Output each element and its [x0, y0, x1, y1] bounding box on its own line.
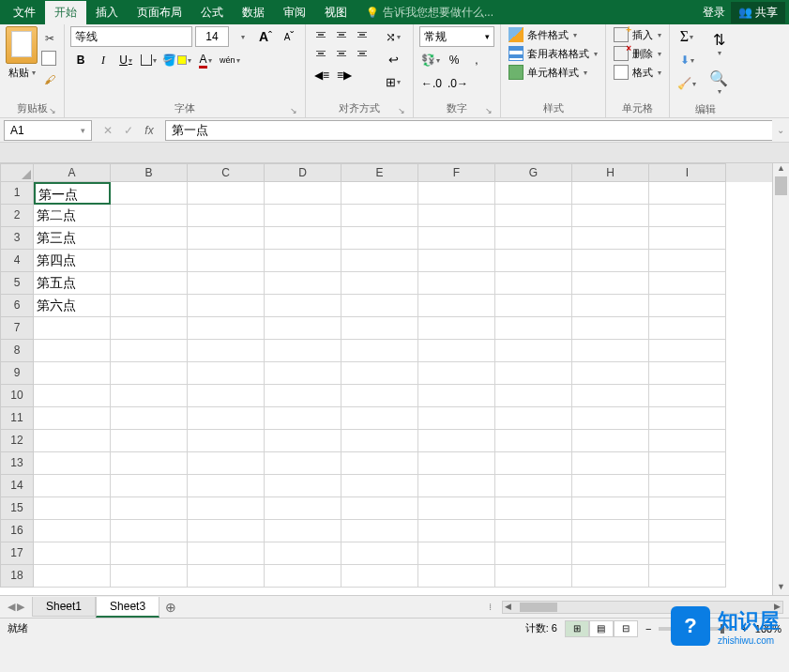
cell[interactable] [649, 385, 726, 407]
cell[interactable] [649, 430, 726, 452]
column-header[interactable]: F [418, 163, 495, 182]
cell[interactable] [418, 430, 495, 452]
italic-button[interactable]: I [93, 50, 114, 70]
cell[interactable] [495, 272, 572, 295]
row-header[interactable]: 7 [0, 317, 34, 340]
cell[interactable] [188, 250, 265, 272]
cell[interactable] [265, 565, 341, 588]
cell[interactable] [341, 565, 418, 588]
cell[interactable] [649, 452, 726, 475]
cell[interactable] [34, 475, 111, 497]
increase-indent-button[interactable]: ≡▶ [334, 65, 355, 85]
paste-label[interactable]: 粘贴 [8, 66, 36, 80]
cell[interactable] [111, 497, 188, 520]
column-header[interactable]: H [572, 163, 649, 182]
tab-data[interactable]: 数据 [233, 1, 274, 24]
cell[interactable] [34, 497, 111, 520]
scroll-right-icon[interactable]: ▶ [774, 602, 781, 611]
tab-home[interactable]: 开始 [45, 1, 86, 24]
cell[interactable] [111, 340, 188, 362]
cell[interactable] [188, 295, 265, 317]
align-right-button[interactable] [353, 45, 372, 62]
cell[interactable] [341, 205, 418, 227]
cell-styles-button[interactable]: 单元格样式 [507, 64, 599, 81]
cell[interactable] [572, 542, 649, 565]
cell[interactable] [265, 542, 341, 565]
cell[interactable] [649, 317, 726, 340]
cell[interactable] [495, 205, 572, 227]
cell[interactable] [418, 565, 495, 588]
cell[interactable] [649, 340, 726, 362]
find-select-button[interactable]: 🔍 [702, 65, 736, 100]
cell[interactable] [34, 407, 111, 430]
cell[interactable] [418, 520, 495, 542]
comma-format-button[interactable]: , [466, 50, 487, 70]
cell[interactable] [495, 520, 572, 542]
cell[interactable] [495, 475, 572, 497]
formula-input[interactable]: 第一点 [165, 120, 772, 141]
copy-button[interactable] [41, 51, 58, 68]
zoom-in-button[interactable]: + [741, 623, 747, 634]
align-left-button[interactable] [311, 45, 330, 62]
cell[interactable] [341, 430, 418, 452]
border-button[interactable] [138, 50, 159, 70]
cell[interactable] [188, 542, 265, 565]
cell[interactable] [188, 385, 265, 407]
cell[interactable] [495, 385, 572, 407]
cell[interactable] [495, 317, 572, 340]
cell[interactable] [495, 250, 572, 272]
cell[interactable] [341, 227, 418, 250]
cell[interactable] [495, 430, 572, 452]
cell[interactable] [572, 497, 649, 520]
align-top-button[interactable] [311, 26, 330, 43]
conditional-format-button[interactable]: 条件格式 [507, 26, 599, 43]
cell[interactable] [649, 497, 726, 520]
cell[interactable] [265, 362, 341, 385]
scroll-left-icon[interactable]: ◀ [505, 602, 511, 611]
sheet-nav-prev[interactable]: ◀ [8, 601, 15, 613]
cell[interactable] [649, 295, 726, 317]
cell[interactable] [418, 385, 495, 407]
cell[interactable] [341, 182, 418, 205]
cell[interactable] [34, 340, 111, 362]
cell[interactable] [649, 565, 726, 588]
format-cells-button[interactable]: 格式 [612, 64, 663, 81]
format-table-button[interactable]: 套用表格格式 [507, 45, 599, 62]
cell[interactable] [649, 362, 726, 385]
underline-button[interactable]: U [115, 50, 136, 70]
cell[interactable] [418, 272, 495, 295]
row-header[interactable]: 5 [0, 272, 34, 295]
cell[interactable] [649, 272, 726, 295]
cell[interactable] [111, 520, 188, 542]
cell[interactable] [111, 565, 188, 588]
row-header[interactable]: 8 [0, 340, 34, 362]
cell[interactable] [572, 362, 649, 385]
cell[interactable] [111, 452, 188, 475]
cell[interactable] [572, 317, 649, 340]
row-header[interactable]: 4 [0, 250, 34, 272]
insert-function-button[interactable]: fx [141, 124, 158, 137]
cell[interactable] [572, 475, 649, 497]
row-header[interactable]: 18 [0, 565, 34, 588]
cell[interactable] [111, 272, 188, 295]
font-name-input[interactable] [70, 26, 192, 47]
accounting-format-button[interactable]: 💱 [419, 50, 442, 70]
vscroll-thumb[interactable] [775, 176, 787, 195]
font-size-dropdown[interactable] [232, 26, 252, 47]
cell[interactable] [188, 272, 265, 295]
normal-view-button[interactable]: ⊞ [565, 620, 589, 637]
row-header[interactable]: 12 [0, 430, 34, 452]
cell[interactable] [265, 227, 341, 250]
sheet-tab-0[interactable]: Sheet1 [32, 597, 96, 617]
cell[interactable] [188, 475, 265, 497]
share-button[interactable]: 👥 共享 [731, 2, 785, 23]
column-header[interactable]: D [265, 163, 341, 182]
font-size-input[interactable] [195, 26, 229, 47]
fill-button[interactable]: ⬇ [675, 50, 698, 70]
clipboard-launcher[interactable]: ↘ [49, 106, 56, 115]
row-header[interactable]: 1 [0, 182, 34, 205]
tab-insert[interactable]: 插入 [86, 1, 128, 24]
zoom-level[interactable]: 100% [755, 623, 781, 634]
cell[interactable] [418, 542, 495, 565]
row-header[interactable]: 17 [0, 542, 34, 565]
